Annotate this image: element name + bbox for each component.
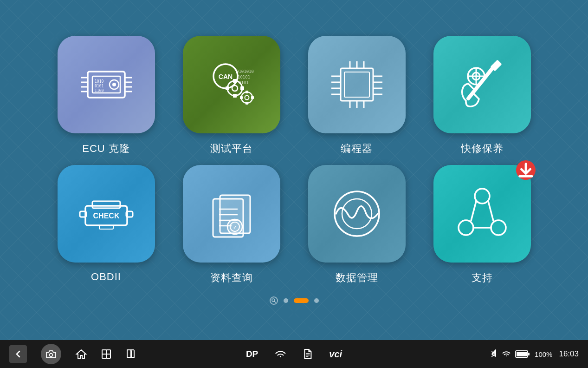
- app-icon-ecu: 1010 0101 1100: [58, 36, 155, 133]
- app-icon-can: CAN 0101010 10101 0101: [183, 36, 280, 133]
- svg-text:CHECK: CHECK: [93, 212, 119, 220]
- app-item-quickfix[interactable]: 快修保养: [433, 36, 531, 156]
- svg-rect-83: [102, 354, 106, 358]
- svg-rect-22: [233, 79, 237, 83]
- svg-point-73: [459, 220, 473, 235]
- svg-rect-81: [102, 350, 106, 354]
- svg-point-80: [50, 354, 53, 357]
- taskbar-center: DP vci: [246, 348, 342, 360]
- svg-rect-82: [106, 350, 110, 354]
- app-label-docs: 资料查询: [210, 271, 253, 285]
- svg-point-74: [491, 220, 506, 235]
- svg-rect-25: [226, 86, 229, 90]
- document-button[interactable]: [303, 348, 313, 360]
- recent-apps-button[interactable]: [101, 349, 111, 359]
- svg-point-69: [335, 191, 379, 236]
- pagination-dot-3[interactable]: [314, 298, 319, 303]
- svg-text:1100: 1100: [95, 89, 103, 93]
- svg-rect-89: [517, 352, 527, 356]
- svg-point-70: [342, 199, 372, 229]
- svg-rect-84: [106, 354, 110, 358]
- app-label-ecu: ECU 克隆: [82, 142, 130, 156]
- signal-icon: [502, 350, 510, 358]
- svg-rect-31: [240, 96, 243, 99]
- app-icon-data: [308, 165, 406, 263]
- svg-rect-24: [240, 86, 244, 90]
- svg-text:✓: ✓: [233, 225, 237, 230]
- svg-text:CAN: CAN: [218, 73, 232, 80]
- svg-point-26: [241, 92, 252, 103]
- svg-rect-32: [341, 68, 373, 101]
- svg-rect-29: [246, 102, 248, 105]
- svg-point-72: [475, 189, 490, 204]
- svg-line-79: [274, 301, 276, 302]
- app-icon-obd: CHECK: [58, 165, 155, 263]
- app-item-programmer[interactable]: 编程器: [308, 36, 406, 156]
- book-button[interactable]: [125, 348, 136, 360]
- back-button[interactable]: [9, 345, 27, 363]
- app-label-programmer: 编程器: [341, 142, 373, 156]
- app-item-ecu[interactable]: 1010 0101 1100 ECU 克隆: [58, 36, 155, 156]
- app-label-obd: OBDII: [91, 271, 121, 283]
- svg-line-75: [471, 201, 476, 221]
- bluetooth-icon: [491, 349, 498, 359]
- battery-percent: 100%: [535, 350, 552, 358]
- svg-text:0101: 0101: [95, 84, 103, 88]
- svg-rect-33: [344, 72, 369, 97]
- app-item-obd[interactable]: CHECK OBDII: [58, 165, 155, 283]
- battery-icon: [515, 350, 530, 358]
- dp-button[interactable]: DP: [246, 349, 258, 359]
- taskbar-right: 100% 16:03: [491, 349, 579, 359]
- svg-rect-90: [528, 353, 530, 355]
- app-label-can: 测试平台: [210, 142, 253, 156]
- svg-text:10101: 10101: [238, 75, 250, 79]
- pagination-dot-1[interactable]: [284, 298, 288, 303]
- vci-label: vci: [329, 349, 342, 360]
- app-icon-support: [433, 165, 531, 263]
- taskbar: DP vci: [0, 340, 588, 368]
- app-icon-docs: ✓: [183, 165, 280, 263]
- app-grid: 1010 0101 1100 ECU 克隆 CAN 0101010: [58, 36, 531, 285]
- screenshot-button[interactable]: [41, 344, 61, 364]
- app-item-docs[interactable]: ✓ 资料查询: [183, 165, 280, 285]
- svg-rect-55: [92, 201, 120, 208]
- app-item-data[interactable]: 数据管理: [308, 165, 406, 285]
- svg-rect-30: [251, 96, 254, 99]
- svg-line-76: [488, 201, 493, 221]
- svg-rect-23: [233, 94, 237, 98]
- svg-point-27: [245, 95, 249, 99]
- pagination-search[interactable]: [270, 296, 278, 305]
- svg-text:1010: 1010: [95, 79, 103, 84]
- svg-rect-28: [246, 91, 248, 93]
- app-item-support[interactable]: 支持: [433, 165, 531, 285]
- main-content: 1010 0101 1100 ECU 克隆 CAN 0101010: [0, 0, 588, 340]
- svg-text:0101010: 0101010: [236, 69, 254, 74]
- time-display: 16:03: [559, 349, 579, 359]
- app-label-quickfix: 快修保养: [461, 142, 504, 156]
- app-icon-quickfix: [433, 36, 531, 133]
- download-badge: [516, 160, 536, 180]
- svg-point-14: [112, 83, 116, 86]
- pagination-dot-active[interactable]: [294, 298, 309, 303]
- app-icon-programmer: [308, 36, 406, 133]
- svg-point-21: [232, 85, 238, 91]
- vci-button[interactable]: vci: [329, 349, 342, 360]
- taskbar-left: [9, 344, 136, 364]
- app-item-can[interactable]: CAN 0101010 10101 0101: [183, 36, 280, 156]
- home-button[interactable]: [75, 348, 87, 360]
- pagination: [270, 296, 319, 305]
- wifi-button[interactable]: [274, 349, 286, 359]
- app-label-support: 支持: [472, 271, 493, 285]
- app-label-data: 数据管理: [336, 271, 378, 285]
